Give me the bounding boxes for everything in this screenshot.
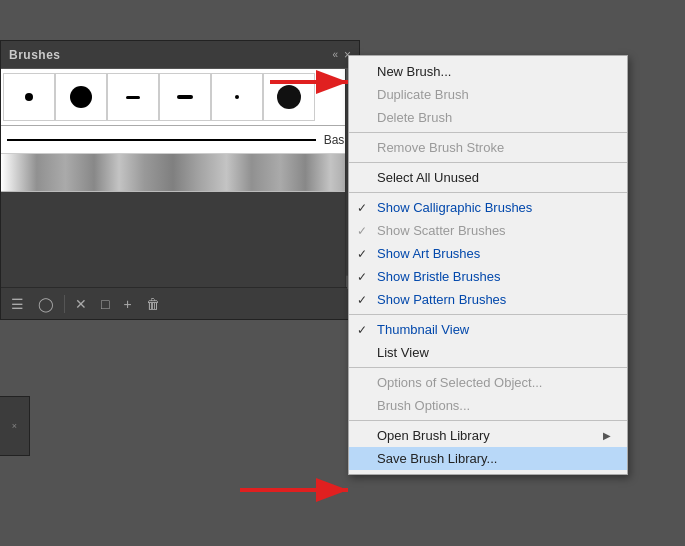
delete-stroke-icon[interactable]: ✕	[71, 294, 91, 314]
menu-item-new-brush[interactable]: New Brush...	[349, 60, 627, 83]
submenu-arrow-icon: ▶	[603, 430, 611, 441]
context-menu: New Brush... Duplicate Brush Delete Brus…	[348, 55, 628, 475]
scatter-check: ✓	[357, 224, 367, 238]
separator-2	[349, 162, 627, 163]
pattern-check: ✓	[357, 293, 367, 307]
swatch-dot-small	[25, 93, 33, 101]
brush-library-icon[interactable]: ☰	[7, 294, 28, 314]
trash-icon[interactable]: 🗑	[142, 294, 164, 314]
menu-item-show-scatter[interactable]: ✓ Show Scatter Brushes	[349, 219, 627, 242]
menu-item-options-selected[interactable]: Options of Selected Object...	[349, 371, 627, 394]
arrow-top-indicator	[270, 62, 360, 105]
brush-swatch-2[interactable]	[55, 73, 107, 121]
separator-4	[349, 314, 627, 315]
options-icon[interactable]: □	[97, 294, 113, 314]
swatch-dash-small	[126, 96, 140, 99]
brush-options-label: Brush Options...	[377, 398, 470, 413]
save-brush-library-label: Save Brush Library...	[377, 451, 497, 466]
panel-toolbar: ☰ ◯ ✕ □ + 🗑	[1, 287, 347, 319]
menu-item-open-brush-library[interactable]: Open Brush Library ▶	[349, 424, 627, 447]
basic-brush-line	[7, 139, 316, 141]
bottom-arrow-svg	[240, 470, 360, 510]
menu-item-list-view[interactable]: List View	[349, 341, 627, 364]
show-calligraphic-label: Show Calligraphic Brushes	[377, 200, 532, 215]
separator-1	[349, 132, 627, 133]
menu-item-remove-stroke[interactable]: Remove Brush Stroke	[349, 136, 627, 159]
brush-swatch-1[interactable]	[3, 73, 55, 121]
brush-swatch-3[interactable]	[107, 73, 159, 121]
menu-item-show-art[interactable]: ✓ Show Art Brushes	[349, 242, 627, 265]
symbol-icon[interactable]: ◯	[34, 294, 58, 314]
list-view-label: List View	[377, 345, 429, 360]
art-check: ✓	[357, 247, 367, 261]
show-pattern-label: Show Pattern Brushes	[377, 292, 506, 307]
calligraphic-preview[interactable]	[1, 154, 359, 192]
toolbar-separator-1	[64, 295, 65, 313]
delete-brush-label: Delete Brush	[377, 110, 452, 125]
thumbnail-view-label: Thumbnail View	[377, 322, 469, 337]
brush-swatch-4[interactable]	[159, 73, 211, 121]
open-brush-library-label: Open Brush Library	[377, 428, 490, 443]
menu-item-show-bristle[interactable]: ✓ Show Bristle Brushes	[349, 265, 627, 288]
options-selected-label: Options of Selected Object...	[377, 375, 542, 390]
menu-item-thumbnail-view[interactable]: ✓ Thumbnail View	[349, 318, 627, 341]
brush-swatch-5[interactable]	[211, 73, 263, 121]
new-brush-icon[interactable]: +	[119, 294, 135, 314]
menu-item-delete-brush[interactable]: Delete Brush	[349, 106, 627, 129]
duplicate-brush-label: Duplicate Brush	[377, 87, 469, 102]
left-panel-hint: ×	[0, 396, 30, 456]
bristle-check: ✓	[357, 270, 367, 284]
swatch-tiny-dot	[235, 95, 239, 99]
basic-brush-row[interactable]: Basic	[1, 126, 359, 154]
menu-item-select-all[interactable]: Select All Unused	[349, 166, 627, 189]
swatch-dash-medium	[177, 95, 193, 99]
menu-item-show-pattern[interactable]: ✓ Show Pattern Brushes	[349, 288, 627, 311]
select-all-label: Select All Unused	[377, 170, 479, 185]
swatch-dot-large	[70, 86, 92, 108]
separator-3	[349, 192, 627, 193]
show-scatter-label: Show Scatter Brushes	[377, 223, 506, 238]
show-art-label: Show Art Brushes	[377, 246, 480, 261]
remove-stroke-label: Remove Brush Stroke	[377, 140, 504, 155]
arrow-bottom-indicator	[240, 470, 360, 513]
menu-item-save-brush-library[interactable]: Save Brush Library...	[349, 447, 627, 470]
menu-item-show-calligraphic[interactable]: ✓ Show Calligraphic Brushes	[349, 196, 627, 219]
separator-6	[349, 420, 627, 421]
top-arrow-svg	[270, 62, 360, 102]
show-bristle-label: Show Bristle Brushes	[377, 269, 501, 284]
hint-text: ×	[10, 421, 20, 431]
separator-5	[349, 367, 627, 368]
menu-item-brush-options[interactable]: Brush Options...	[349, 394, 627, 417]
menu-item-duplicate-brush[interactable]: Duplicate Brush	[349, 83, 627, 106]
panel-collapse-button[interactable]: «	[332, 49, 338, 60]
thumbnail-check: ✓	[357, 323, 367, 337]
calligraphic-check: ✓	[357, 201, 367, 215]
new-brush-label: New Brush...	[377, 64, 451, 79]
panel-title: Brushes	[9, 48, 61, 62]
